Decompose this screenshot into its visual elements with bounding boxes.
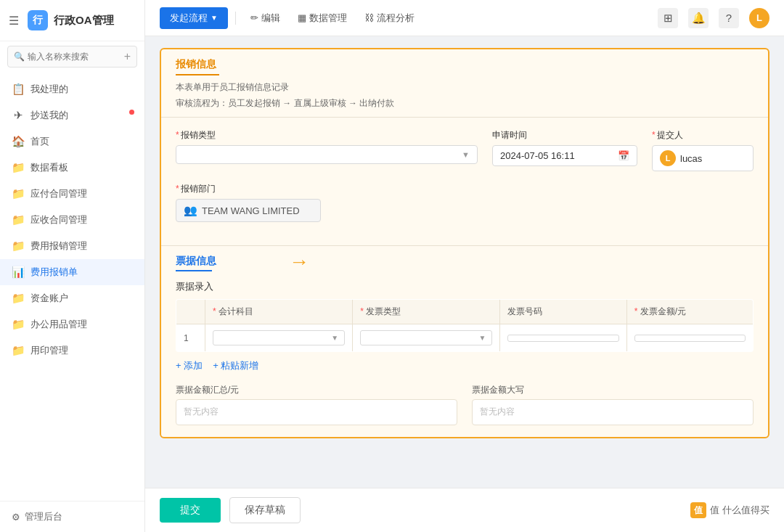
- sidebar-item-payable-contract[interactable]: 📁 应付合同管理: [0, 181, 144, 207]
- dept-field: 报销部门 👥 TEAM WANG LIMITED: [176, 183, 321, 222]
- chevron-down-icon: ▼: [331, 334, 338, 342]
- sidebar-item-data-board[interactable]: 📁 数据看板: [0, 155, 144, 181]
- main-area: 发起流程 ▼ ✏ 编辑 ▦ 数据管理 ⛓ 流程分析 ⊞ 🔔 ? L: [145, 0, 784, 532]
- apply-time-input[interactable]: 2024-07-05 16:11 📅: [492, 145, 637, 166]
- fund-account-icon: 📁: [12, 292, 25, 305]
- reimbursement-type-select[interactable]: ▼: [176, 145, 478, 164]
- submitter-avatar-icon: L: [660, 150, 676, 166]
- dept-display[interactable]: 👥 TEAM WANG LIMITED: [176, 199, 321, 222]
- nav-separator: [235, 12, 236, 25]
- my-handled-icon: 📋: [12, 83, 25, 96]
- sidebar-nav: 📋 我处理的 ✈ 抄送我的 🏠 首页 📁 数据看板 📁 应付合同管理 📁 应收合…: [0, 72, 144, 501]
- sidebar: ☰ 行 行政OA管理 🔍 + 📋 我处理的 ✈ 抄送我的 🏠 首页 📁 数据看板…: [0, 0, 145, 532]
- hamburger-icon[interactable]: ☰: [9, 14, 19, 28]
- invoice-type-cell: ▼: [353, 324, 500, 352]
- sidebar-item-fund-account[interactable]: 📁 资金账户: [0, 285, 144, 311]
- help-icon[interactable]: ?: [719, 8, 739, 28]
- home-icon: 🏠: [12, 135, 25, 148]
- sidebar-item-label: 应付合同管理: [30, 187, 87, 200]
- submitter-name: lucas: [680, 153, 702, 164]
- search-bar[interactable]: 🔍 +: [7, 46, 137, 67]
- chevron-down-icon: ▼: [478, 334, 486, 342]
- accounting-select[interactable]: ▼: [213, 330, 345, 345]
- seal-mgmt-icon: 📁: [12, 344, 25, 357]
- ticket-title-underline: [176, 270, 212, 271]
- submitter-label: 提交人: [652, 129, 754, 142]
- sidebar-item-expense-mgmt[interactable]: 📁 费用报销管理: [0, 233, 144, 259]
- apply-time-value: 2024-07-05 16:11: [500, 150, 575, 161]
- sidebar-item-cc-me[interactable]: ✈ 抄送我的: [0, 102, 144, 128]
- total-amount-label: 票据金额汇总/元: [176, 384, 457, 396]
- col-seq: [176, 300, 205, 324]
- form-card: 报销信息 本表单用于员工报销信息记录 审核流程为：员工发起报销 → 直属上级审核…: [160, 48, 769, 438]
- row-num: 1: [176, 324, 205, 352]
- office-supplies-icon: 📁: [12, 318, 25, 331]
- data-mgmt-button[interactable]: ▦ 数据管理: [290, 7, 354, 29]
- add-search-button[interactable]: +: [124, 50, 131, 63]
- notification-icon[interactable]: 🔔: [688, 8, 709, 28]
- invoice-amount-input[interactable]: [634, 335, 746, 342]
- invoice-type-select[interactable]: ▼: [360, 330, 492, 345]
- data-mgmt-label: 数据管理: [309, 12, 347, 25]
- user-avatar[interactable]: L: [749, 8, 769, 28]
- col-invoice-amount: 发票金额/元: [626, 300, 753, 324]
- sidebar-item-label: 费用报销管理: [30, 240, 87, 253]
- sidebar-item-label: 办公用品管理: [30, 318, 87, 331]
- sidebar-item-seal-mgmt[interactable]: 📁 用印管理: [0, 337, 144, 364]
- ticket-entry-label: 票据录入: [176, 280, 754, 293]
- ticket-info-section: 票据信息 票据录入 会计科目 发票类型 发票号码 发票金额/元: [161, 245, 768, 425]
- ticket-actions: + 添加 + 粘贴新增: [176, 359, 754, 372]
- sidebar-item-label: 资金账户: [30, 292, 68, 305]
- reimbursement-info-section: 报销信息 本表单用于员工报销信息记录 审核流程为：员工发起报销 → 直属上级审核…: [161, 49, 768, 118]
- sidebar-item-my-handled[interactable]: 📋 我处理的: [0, 76, 144, 102]
- sidebar-item-expense-bill[interactable]: 📊 费用报销单: [0, 259, 144, 285]
- receivable-contract-icon: 📁: [12, 213, 25, 226]
- uppercase-amount-value: 暂无内容: [472, 399, 754, 425]
- expense-bill-icon: 📊: [12, 266, 25, 279]
- submitter-field: 提交人 L lucas: [652, 129, 754, 171]
- calendar-icon: 📅: [618, 150, 629, 161]
- search-input[interactable]: [28, 52, 115, 62]
- desc-line1: 本表单用于员工报销信息记录: [176, 82, 289, 92]
- sidebar-item-label: 应收合同管理: [30, 213, 87, 226]
- sidebar-item-label: 用印管理: [30, 344, 68, 357]
- edit-label: 编辑: [261, 12, 280, 25]
- topnav: 发起流程 ▼ ✏ 编辑 ▦ 数据管理 ⛓ 流程分析 ⊞ 🔔 ? L: [145, 0, 784, 36]
- sidebar-item-receivable-contract[interactable]: 📁 应收合同管理: [0, 207, 144, 233]
- launch-flow-label: 发起流程: [170, 12, 208, 25]
- flow-analysis-button[interactable]: ⛓ 流程分析: [357, 7, 422, 29]
- form-row-1: 报销类型 ▼ 申请时间 2024-07-05 16:11 📅: [176, 129, 754, 171]
- admin-label: 管理后台: [25, 510, 62, 523]
- summary-row: 票据金额汇总/元 暂无内容 票据金额大写 暂无内容: [176, 384, 754, 425]
- add-ticket-button[interactable]: + 添加: [176, 359, 203, 372]
- paste-new-button[interactable]: + 粘贴新增: [213, 359, 258, 372]
- apps-icon[interactable]: ⊞: [658, 8, 678, 28]
- sidebar-item-label: 费用报销单: [30, 266, 78, 279]
- sidebar-item-home[interactable]: 🏠 首页: [0, 128, 144, 155]
- total-amount-field: 票据金额汇总/元 暂无内容: [176, 384, 457, 425]
- sidebar-item-office-supplies[interactable]: 📁 办公用品管理: [0, 311, 144, 337]
- app-logo: 行: [28, 10, 48, 30]
- invoice-no-input[interactable]: [507, 335, 618, 342]
- submitter-avatar-letter: L: [666, 154, 671, 163]
- launch-flow-button[interactable]: 发起流程 ▼: [160, 7, 228, 29]
- cc-me-badge: [129, 110, 134, 115]
- form-row-2: 报销部门 👥 TEAM WANG LIMITED: [176, 183, 754, 222]
- sidebar-item-label: 首页: [30, 135, 49, 148]
- content-area: → 报销信息 本表单用于员工报销信息记录 审核流程为：员工发起报销 → 直属上级…: [145, 36, 784, 488]
- table-row: 1 ▼ ▼: [176, 324, 754, 352]
- apply-time-label: 申请时间: [492, 129, 637, 142]
- uppercase-amount-label: 票据金额大写: [472, 384, 754, 396]
- chevron-down-icon: ▼: [211, 14, 218, 22]
- invoice-amount-cell: [626, 324, 753, 352]
- dept-icon: 👥: [184, 204, 197, 217]
- footer: 提交 保存草稿 值 值 什么值得买: [145, 488, 784, 532]
- ticket-info-title: 票据信息: [176, 255, 754, 268]
- form-description: 本表单用于员工报销信息记录 审核流程为：员工发起报销 → 直属上级审核 → 出纳…: [176, 80, 754, 111]
- apply-time-field: 申请时间 2024-07-05 16:11 📅: [492, 129, 637, 166]
- admin-backend-link[interactable]: ⚙ 管理后台: [0, 501, 144, 532]
- save-draft-button[interactable]: 保存草稿: [229, 497, 301, 523]
- submit-button[interactable]: 提交: [160, 498, 221, 523]
- payable-contract-icon: 📁: [12, 187, 25, 200]
- edit-button[interactable]: ✏ 编辑: [243, 7, 287, 29]
